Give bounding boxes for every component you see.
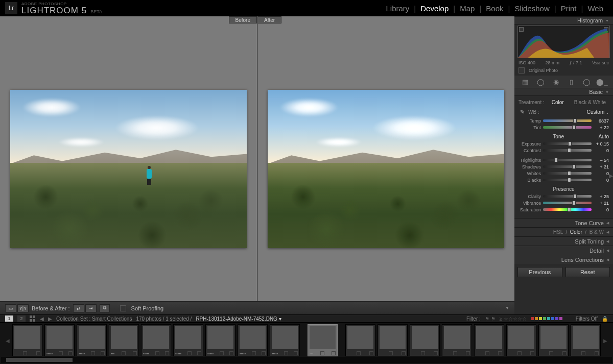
split-toning-panel-header[interactable]: Split Toning◀	[514, 236, 613, 246]
saturation-slider[interactable]: Saturation 0	[518, 206, 609, 213]
blacks-slider[interactable]: Blacks 0	[518, 177, 609, 183]
loupe-view-button[interactable]: ▭	[5, 304, 16, 312]
filmstrip-thumb[interactable]: •••	[109, 324, 139, 356]
filmstrip-thumb[interactable]	[474, 324, 504, 356]
temp-track[interactable]	[543, 119, 592, 122]
exposure-thumb[interactable]	[568, 141, 572, 146]
second-window-indicator[interactable]: 2	[17, 316, 26, 322]
current-filename[interactable]: RPH-130112-Adobe-NM-7452.DNG ▾	[196, 316, 281, 322]
right-panel-collapse-handle[interactable]: ▶	[609, 165, 613, 186]
color-swatch[interactable]	[543, 317, 546, 320]
vibrance-slider[interactable]: Vibrance + 21	[518, 200, 609, 206]
graduated-filter-button[interactable]: ▯	[564, 77, 579, 86]
module-library[interactable]: Library	[381, 4, 414, 13]
treatment-color[interactable]: Color	[549, 100, 567, 105]
color-swatch[interactable]	[547, 317, 550, 320]
main-window-indicator[interactable]: 1	[5, 316, 13, 322]
redeye-tool-button[interactable]: ◉	[548, 77, 563, 86]
filmstrip-thumb[interactable]: •••••	[270, 324, 300, 356]
exposure-track[interactable]	[543, 142, 592, 145]
color-swatch[interactable]	[551, 317, 554, 320]
color-label-filters[interactable]	[531, 317, 562, 320]
color-swatch[interactable]	[559, 317, 562, 320]
collection-path[interactable]: Collection Set : Smart Collections	[56, 316, 132, 322]
treatment-bw[interactable]: Black & White	[571, 100, 609, 105]
module-develop[interactable]: Develop	[416, 4, 453, 13]
nav-prev-button[interactable]: ◀	[40, 316, 44, 322]
wb-value-dropdown[interactable]: Custom ⌄	[587, 109, 609, 115]
white-balance-picker-icon[interactable]: ✎	[518, 108, 526, 115]
filmstrip-thumb[interactable]	[538, 324, 569, 356]
saturation-track[interactable]	[543, 208, 592, 211]
filmstrip-scroll-left[interactable]: ◀	[5, 324, 10, 357]
contrast-slider[interactable]: Contrast 0	[518, 147, 609, 154]
radial-filter-button[interactable]: ◯	[579, 77, 595, 86]
filmstrip-thumb[interactable]	[571, 324, 601, 356]
original-photo-checkbox[interactable]	[518, 67, 525, 74]
module-print[interactable]: Print	[556, 4, 581, 13]
shadows-slider[interactable]: Shadows + 21	[518, 163, 609, 170]
grid-view-icon[interactable]	[30, 316, 36, 322]
module-book[interactable]: Book	[481, 4, 508, 13]
copy-settings-button[interactable]: ⧉	[100, 304, 110, 312]
color-swatch[interactable]	[535, 317, 538, 320]
filmstrip-thumb[interactable]	[410, 324, 440, 356]
clarity-slider[interactable]: Clarity + 25	[518, 193, 609, 200]
shadows-thumb[interactable]	[572, 164, 576, 169]
shadows-track[interactable]	[543, 165, 592, 168]
filmstrip-scrollbar-thumb[interactable]	[6, 358, 73, 362]
contrast-track[interactable]	[543, 149, 592, 152]
lens-corrections-panel-header[interactable]: Lens Corrections◀	[514, 255, 613, 264]
clarity-thumb[interactable]	[573, 194, 577, 199]
filmstrip-thumb[interactable]: •••••	[173, 324, 203, 356]
clarity-track[interactable]	[543, 195, 592, 198]
filter-lock-icon[interactable]: 🔒	[602, 316, 608, 322]
reset-button[interactable]: Reset	[565, 267, 610, 277]
soft-proofing-checkbox[interactable]	[120, 305, 126, 311]
highlights-thumb[interactable]	[554, 158, 558, 162]
color-swatch[interactable]	[555, 317, 558, 320]
blacks-thumb[interactable]	[568, 178, 571, 182]
auto-tone-button[interactable]: Auto	[598, 134, 609, 139]
exposure-slider[interactable]: Exposure + 0.15	[518, 140, 609, 147]
module-map[interactable]: Map	[455, 4, 479, 13]
copy-before-after-button[interactable]: ⇥	[85, 304, 97, 312]
highlights-track[interactable]	[543, 159, 592, 161]
contrast-thumb[interactable]	[568, 148, 571, 153]
color-swatch[interactable]	[531, 317, 534, 320]
blacks-track[interactable]	[543, 179, 592, 181]
filters-off-toggle[interactable]: Filters Off	[576, 316, 598, 322]
temp-thumb[interactable]	[573, 118, 577, 123]
module-slideshow[interactable]: Slideshow	[510, 4, 554, 13]
hsl-panel-header[interactable]: HSL / Color / B & W◀	[514, 227, 613, 236]
filmstrip-thumb[interactable]: •••••	[205, 324, 235, 356]
whites-track[interactable]	[543, 172, 592, 175]
whites-thumb[interactable]	[568, 171, 571, 176]
nav-next-button[interactable]: ▶	[48, 316, 52, 322]
tone-curve-panel-header[interactable]: Tone Curve◀	[514, 218, 613, 227]
after-image[interactable]	[268, 90, 504, 248]
vibrance-thumb[interactable]	[572, 201, 576, 205]
filmstrip-thumb[interactable]: •••••	[141, 324, 171, 356]
filmstrip-thumb[interactable]	[506, 324, 536, 356]
rating-filter-icon[interactable]: ≥ ☆☆☆☆☆	[500, 316, 527, 322]
previous-button[interactable]: Previous	[517, 267, 562, 277]
temp-slider[interactable]: Temp 6837	[518, 117, 609, 124]
before-image[interactable]	[10, 90, 247, 248]
histogram-graph[interactable]	[517, 26, 610, 58]
filmstrip-scroll-right[interactable]: ▶	[603, 324, 608, 357]
basic-panel-header[interactable]: Basic▼	[514, 88, 613, 96]
filmstrip-thumb[interactable]	[378, 324, 408, 356]
histogram-panel-header[interactable]: Histogram▼	[514, 16, 613, 25]
filmstrip-thumb[interactable]: •••••	[238, 324, 268, 356]
adjustment-brush-button[interactable]: ⬤⎯	[595, 77, 610, 86]
color-swatch[interactable]	[539, 317, 542, 320]
filmstrip-thumb[interactable]	[345, 324, 375, 356]
detail-panel-header[interactable]: Detail◀	[514, 246, 613, 255]
vibrance-track[interactable]	[543, 202, 592, 204]
filmstrip-thumb[interactable]	[442, 324, 472, 356]
filmstrip-scrollbar[interactable]	[1, 357, 612, 363]
filmstrip-thumb[interactable]: •••••	[77, 324, 107, 356]
whites-slider[interactable]: Whites 0	[518, 170, 609, 177]
highlights-slider[interactable]: Highlights – 54	[518, 157, 609, 163]
